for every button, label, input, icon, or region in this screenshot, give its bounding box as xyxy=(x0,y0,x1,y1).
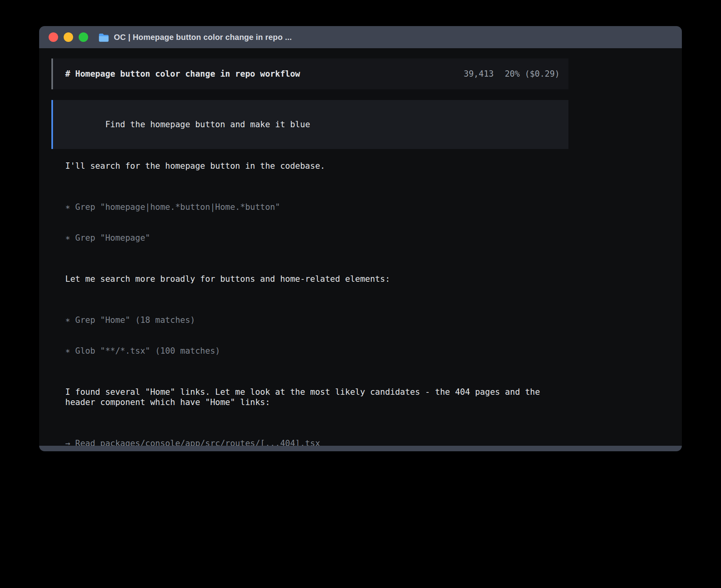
tool-call-group: ∗ Grep "homepage|home.*button|Home.*butt… xyxy=(65,181,568,264)
assistant-text: Let me search more broadly for buttons a… xyxy=(65,274,568,284)
close-button[interactable] xyxy=(49,32,58,42)
terminal-content: # Homepage button color change in repo w… xyxy=(39,48,682,446)
assistant-text: I'll search for the homepage button in t… xyxy=(65,161,568,171)
assistant-transcript: I'll search for the homepage button in t… xyxy=(65,161,568,446)
zoom-button[interactable] xyxy=(79,32,88,42)
traffic-lights xyxy=(49,32,88,42)
tool-call-group: → Read packages/console/app/src/routes/[… xyxy=(65,418,568,446)
tool-call-grep: ∗ Grep "Homepage" xyxy=(65,233,568,243)
session-stats: 39,413 20% ($0.29) xyxy=(464,69,560,79)
folder-icon xyxy=(98,33,109,42)
tool-call-glob: ∗ Glob "**/*.tsx" (100 matches) xyxy=(65,346,568,356)
terminal-window: OC | Homepage button color change in rep… xyxy=(39,26,682,451)
context-usage: 20% ($0.29) xyxy=(505,69,560,79)
tool-call-read: → Read packages/console/app/src/routes/[… xyxy=(65,438,568,446)
assistant-text: I found several "Home" links. Let me loo… xyxy=(65,387,568,407)
session-header: # Homepage button color change in repo w… xyxy=(51,58,568,89)
token-count: 39,413 xyxy=(464,69,494,79)
titlebar[interactable]: OC | Homepage button color change in rep… xyxy=(39,26,682,48)
user-message: Find the homepage button and make it blu… xyxy=(51,100,568,149)
tool-call-grep: ∗ Grep "homepage|home.*button|Home.*butt… xyxy=(65,202,568,212)
session-title: # Homepage button color change in repo w… xyxy=(65,69,300,79)
tool-call-group: ∗ Grep "Home" (18 matches) ∗ Glob "**/*.… xyxy=(65,294,568,377)
window-title: OC | Homepage button color change in rep… xyxy=(114,33,292,42)
tool-call-grep: ∗ Grep "Home" (18 matches) xyxy=(65,315,568,325)
user-message-text: Find the homepage button and make it blu… xyxy=(105,120,310,129)
minimize-button[interactable] xyxy=(64,32,73,42)
